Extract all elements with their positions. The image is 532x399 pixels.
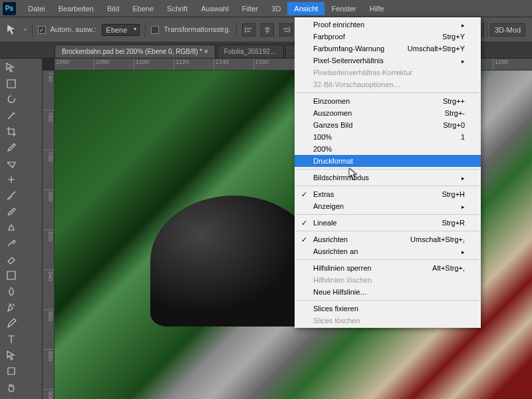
svg-rect-7 [283, 28, 288, 29]
ruler-tick: 1060 [55, 59, 94, 70]
tool-blur[interactable] [1, 283, 21, 299]
tool-healing-brush[interactable] [1, 172, 21, 188]
ruler-tick: 860 [43, 310, 54, 350]
menu-item-einzoomen[interactable]: EinzoomenStrg++ [295, 95, 481, 107]
menu-item-druckformat[interactable]: Druckformat [295, 155, 481, 167]
align-center-h-button[interactable] [261, 23, 274, 37]
transform-controls-checkbox[interactable]: Transformationsstrg. [151, 25, 230, 34]
menu-item-label: Anzeigen [313, 202, 344, 210]
ruler-tick: 1080 [94, 59, 134, 70]
menu-item-auszoomen[interactable]: AuszoomenStrg+- [295, 107, 481, 119]
svg-rect-0 [245, 27, 246, 33]
ruler-tick: 1280 [493, 59, 532, 70]
menu-item-label: Auszoomen [313, 109, 352, 117]
ruler-tick: 780 [43, 150, 54, 190]
divider [32, 23, 33, 37]
document-tab[interactable]: Brockenbahn.psd bei 200% (Ebene 0, RGB/8… [55, 45, 215, 58]
tool-preset-dropdown-icon[interactable]: ▾ [24, 27, 27, 33]
tool-marquee[interactable] [1, 76, 21, 92]
menu-item-ganzes-bild[interactable]: Ganzes BildStrg+0 [295, 119, 481, 131]
tool-history-brush[interactable] [1, 235, 21, 251]
tool-zoom[interactable] [1, 395, 21, 399]
tool-slice[interactable] [1, 156, 21, 172]
menu-item-proof-einrichten[interactable]: Proof einrichten [295, 19, 481, 31]
document-tab[interactable]: Fotolia_355192… [217, 45, 284, 58]
submenu-arrow-icon [462, 247, 465, 255]
menu-item-32-bit-vorschauoptionen-: 32-Bit-Vorschauoptionen… [295, 78, 481, 90]
ruler-vertical[interactable]: 740760780800820840860880900920940960 [43, 70, 55, 399]
tool-pen[interactable] [1, 315, 21, 331]
tool-hand[interactable] [1, 379, 21, 395]
menu-item-farbumfang-warnung[interactable]: Farbumfang-WarnungUmschalt+Strg+Y [295, 43, 481, 55]
tool-crop[interactable] [1, 124, 21, 140]
auto-select-checkbox[interactable]: Autom. ausw.: [38, 25, 96, 34]
menu-datei[interactable]: Datei [21, 2, 52, 15]
tool-type[interactable] [1, 331, 21, 347]
tool-move[interactable] [1, 60, 21, 76]
tool-path-select[interactable] [1, 347, 21, 363]
menu-item-100-[interactable]: 100%1 [295, 131, 481, 143]
menu-fenster[interactable]: Fenster [325, 2, 362, 15]
submenu-arrow-icon [462, 174, 465, 182]
tool-lasso[interactable] [1, 92, 21, 108]
app-logo: Ps [3, 2, 16, 15]
menu-bild[interactable]: Bild [100, 2, 126, 15]
menu-item-label: Hilfslinien sperren [313, 264, 371, 272]
menu-item-ausrichten[interactable]: ✓AusrichtenUmschalt+Strg+, [295, 233, 481, 245]
menu-3d[interactable]: 3D [265, 2, 287, 15]
menu-ebene[interactable]: Ebene [126, 2, 160, 15]
menu-bearbeiten[interactable]: Bearbeiten [52, 2, 100, 15]
menu-item-label: Druckformat [313, 157, 353, 165]
menu-item-shortcut: 1 [461, 133, 465, 141]
divider [487, 23, 487, 37]
tool-brush[interactable] [1, 203, 21, 219]
menu-item-label: Ausrichten an [313, 247, 358, 255]
menu-filter[interactable]: Filter [235, 2, 265, 15]
tool-gradient[interactable] [1, 267, 21, 283]
menubar: Ps DateiBearbeitenBildEbeneSchriftAuswah… [0, 0, 532, 17]
menu-item-200-[interactable]: 200% [295, 143, 481, 155]
menu-item-hilfslinien-l-schen: Hilfslinien löschen [295, 274, 481, 286]
tool-clone-stamp[interactable] [1, 219, 21, 235]
align-left-button[interactable] [242, 23, 255, 37]
menu-item-label: 200% [313, 145, 332, 153]
tool-eyedropper[interactable] [1, 140, 21, 156]
menu-item-lineale[interactable]: ✓LinealeStrg+R [295, 217, 481, 229]
align-right-button[interactable] [279, 23, 293, 37]
tool-magic-wand[interactable] [1, 108, 21, 124]
menu-item-label: Hilfslinien löschen [313, 276, 372, 284]
menu-item-hilfslinien-sperren[interactable]: Hilfslinien sperrenAlt+Strg+, [295, 262, 481, 274]
menu-item-anzeigen[interactable]: Anzeigen [295, 200, 481, 212]
select-scope-dropdown[interactable]: Ebene [102, 24, 140, 36]
menu-item-shortcut: Strg+Y [442, 33, 465, 41]
auto-select-label: Autom. ausw.: [50, 25, 96, 33]
tool-dodge[interactable] [1, 299, 21, 315]
ruler-tick: 800 [43, 190, 54, 230]
menu-item-label: Ganzes Bild [313, 121, 352, 129]
transform-controls-label: Transformationsstrg. [164, 25, 230, 33]
menu-item-ausrichten-an[interactable]: Ausrichten an [295, 245, 481, 257]
menu-ansicht[interactable]: Ansicht [287, 2, 325, 15]
ruler-tick: 760 [43, 110, 54, 150]
svg-rect-2 [247, 31, 250, 32]
check-icon: ✓ [301, 235, 307, 244]
menu-auswahl[interactable]: Auswahl [194, 2, 235, 15]
submenu-arrow-icon [462, 57, 465, 65]
menu-schrift[interactable]: Schrift [160, 2, 194, 15]
menu-item-extras[interactable]: ✓ExtrasStrg+H [295, 188, 481, 200]
ruler-tick: 840 [43, 270, 54, 310]
menu-item-label: Pixelseitenverhältnis-Korrektur [313, 68, 412, 76]
3d-mode-button[interactable]: 3D-Mod [490, 23, 525, 37]
menu-item-pixel-seitenverh-ltnis[interactable]: Pixel-Seitenverhältnis [295, 55, 481, 66]
menu-item-farbproof[interactable]: FarbproofStrg+Y [295, 31, 481, 43]
tool-measure[interactable] [1, 188, 21, 203]
menu-item-label: Extras [313, 190, 334, 198]
menu-item-neue-hilfslinie-[interactable]: Neue Hilfslinie… [295, 286, 481, 298]
menu-item-bildschirmmodus[interactable]: Bildschirmmodus [295, 172, 481, 184]
tool-eraser[interactable] [1, 251, 21, 267]
menu-hilfe[interactable]: Hilfe [363, 2, 391, 15]
menu-item-label: Farbproof [313, 33, 345, 41]
menu-item-slices-fixieren[interactable]: Slices fixieren [295, 303, 481, 315]
tool-rectangle[interactable] [1, 363, 21, 379]
menu-item-label: 32-Bit-Vorschauoptionen… [313, 80, 400, 88]
